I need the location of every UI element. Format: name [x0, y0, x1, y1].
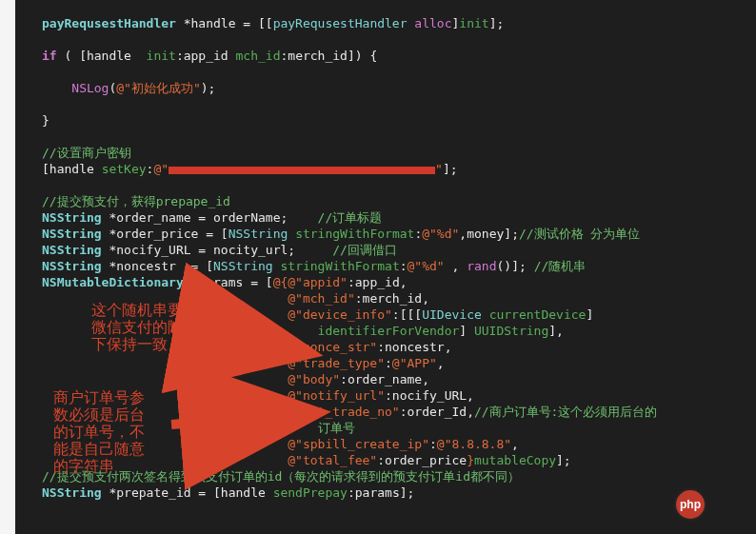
token: :[[[ [392, 307, 422, 322]
token: UUIDString [474, 324, 548, 338]
token: , [511, 437, 519, 451]
token: : [400, 259, 408, 273]
token: setKey [102, 162, 147, 176]
comment: 订单号 [318, 421, 355, 435]
token: } [467, 453, 474, 467]
token: *params = [ [184, 275, 273, 289]
token: :order_name, [340, 372, 429, 386]
token: payRequsestHandler [42, 16, 176, 30]
token: " [435, 162, 443, 176]
token [288, 227, 295, 241]
token: @" [153, 162, 169, 176]
token: @"%d" [422, 227, 459, 241]
token: : [429, 437, 437, 451]
token: NSString [42, 210, 102, 225]
token: @"device_info" [288, 307, 392, 322]
token: NSMutableDictionary [42, 275, 184, 289]
code-screenshot: payRequsestHandler *handle = [[payRequse… [0, 0, 756, 534]
token: @"初始化成功" [116, 81, 200, 95]
token: stringWithFormat [295, 227, 414, 241]
token: @"spbill_create_ip" [288, 437, 429, 451]
code-block: payRequsestHandler *handle = [[payRequse… [15, 0, 756, 516]
token: rand [467, 259, 496, 273]
token: :merch_id]) { [280, 49, 377, 63]
token: alloc [414, 16, 451, 30]
token: :order_Id, [400, 405, 474, 419]
token: @"8.8.8.8" [437, 437, 511, 451]
token: NSLog [71, 81, 109, 95]
token: init [147, 49, 176, 63]
token: :nocify_URL, [385, 388, 474, 403]
token: ], [548, 324, 564, 338]
token: , [437, 356, 445, 370]
token: :app_id, [348, 275, 408, 289]
token: NSString [42, 243, 102, 257]
comment: //商户订单号:这个必须用后台的 [474, 405, 657, 419]
token: ] [459, 324, 474, 338]
token: NSString [229, 227, 288, 241]
token: *prepate_id = [handle [102, 485, 273, 500]
token: NSString [42, 227, 102, 241]
token: @"total_fee" [288, 453, 377, 467]
token: currentDevice [489, 307, 587, 322]
comment: //提交预支付，获得prepape_id [42, 194, 230, 208]
token: : [385, 356, 392, 370]
redacted-secret [169, 167, 435, 174]
token: [handle [42, 162, 102, 176]
token: @"%d" [408, 259, 445, 273]
token: @"nonce_str" [288, 340, 377, 354]
token: *handle = [[ [176, 16, 273, 30]
token: UIDevice [422, 307, 482, 322]
token: *noncestr = [ [102, 259, 213, 273]
token: mutableCopy [474, 453, 556, 467]
token: @"appid" [288, 275, 348, 289]
token: @"APP" [392, 356, 437, 370]
token: sendPrepay [273, 485, 348, 500]
token: payRequsestHandler [273, 16, 408, 30]
token: @"trade_type" [288, 356, 385, 370]
token: *order_price = [ [102, 227, 229, 241]
token: NSString [213, 259, 273, 273]
token: @{ [273, 275, 288, 289]
token: ]; [556, 453, 571, 467]
token: :noncestr, [377, 340, 451, 354]
token: ]; [489, 16, 505, 30]
token: init [459, 16, 488, 30]
token: *order_name = orderName; [102, 210, 318, 225]
token: ( [handle [57, 49, 147, 63]
token: @"mch_id" [288, 291, 354, 306]
editor-gutter [0, 0, 15, 534]
token: NSString [42, 259, 102, 273]
token: ,money]; [459, 227, 519, 241]
token: :order_price [377, 453, 467, 467]
token: @"out_trade_no" [288, 405, 399, 419]
token: ()]; [496, 259, 533, 273]
token: ); [201, 81, 216, 95]
token: :params]; [348, 485, 414, 500]
token: stringWithFormat [280, 259, 399, 273]
token: @"notify_url" [288, 388, 385, 403]
comment: //回调借口 [332, 243, 397, 257]
token: NSString [42, 485, 102, 500]
token [482, 307, 489, 322]
comment: //测试价格 分为单位 [519, 227, 640, 241]
token: identifierForVendor [318, 324, 460, 338]
token: ] [586, 307, 593, 322]
token: :merch_id, [355, 291, 429, 306]
token: *nocify_URL = nocity_url; [102, 243, 333, 257]
token: ]; [443, 162, 458, 176]
comment: //提交预支付两次签名得到预支付订单的id（每次的请求得到的预支付订单id都不同… [42, 469, 520, 484]
token: , [445, 259, 467, 273]
token: } [42, 113, 50, 128]
token: :app_id [176, 49, 236, 63]
comment: //订单标题 [318, 210, 383, 225]
token: @"body" [288, 372, 340, 386]
comment: //随机串 [534, 259, 587, 273]
comment: //设置商户密钥 [42, 146, 131, 160]
token: mch_id [236, 49, 281, 63]
php-logo-icon: php [676, 490, 705, 519]
token: if [42, 49, 57, 63]
